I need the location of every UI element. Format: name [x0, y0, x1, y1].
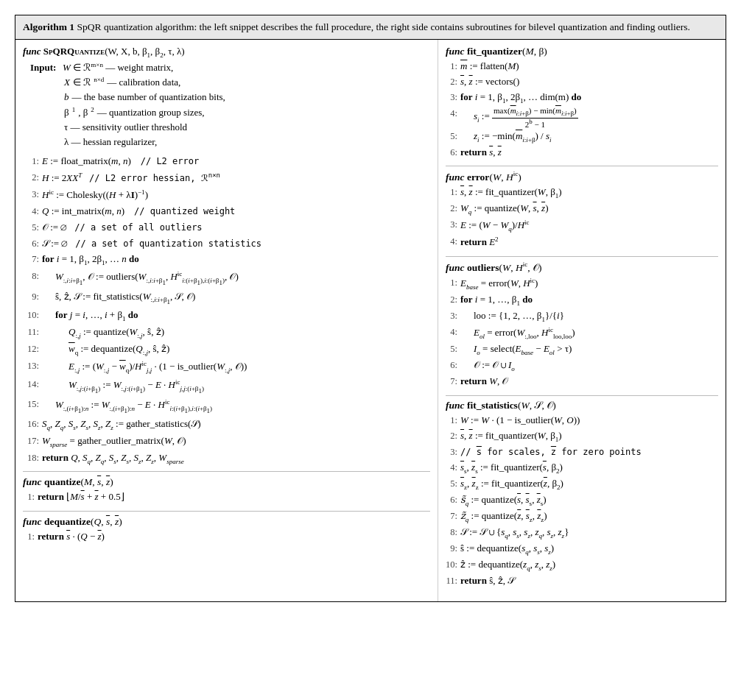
func-name: SpQRQuantize — [43, 46, 105, 57]
fit-quantizer-func: func fit_quantizer(M, β) 1: m := flatten… — [446, 46, 718, 160]
fit-statistics-header: func fit_statistics(W, 𝒮, 𝒪) — [446, 400, 718, 411]
step-10: 10: for j = i, …, i + β1 do — [23, 308, 430, 324]
fs-step-10: 10: ẑ := dequantize(zq, zs, zz) — [446, 557, 718, 573]
error-func-header: func error(W, Hic) — [446, 170, 718, 183]
fs-step-3: 3: // s for scales, z for zero points — [446, 445, 718, 460]
input-label: Input: — [30, 60, 60, 75]
fs-step-6: 6: s̃q := quantize(s, ss, zs) — [446, 492, 718, 509]
fit-statistics-func: func fit_statistics(W, 𝒮, 𝒪) 1: W := W ·… — [446, 400, 718, 588]
algorithm-body: func SpQRQuantize(W, X, b, β1, β2, τ, λ)… — [15, 40, 726, 601]
input-X: X ∈ ℛn×d — calibration data, — [64, 75, 430, 90]
fs-step-11: 11: return ŝ, ẑ, 𝒮 — [446, 573, 718, 589]
outliers-func: func outliers(W, Hic, 𝒪) 1: Ebase = erro… — [446, 261, 718, 389]
error-func: func error(W, Hic) 1: s, z := fit_quanti… — [446, 170, 718, 250]
step-5: 5: 𝒪 := ∅ // a set of all outliers — [23, 220, 430, 236]
out-step-3: 3: loo := {1, 2, …, β1}/{i} — [446, 308, 718, 325]
out-step-2: 2: for i = 1, …, β1 do — [446, 292, 718, 308]
fs-step-7: 7: z̃q := quantize(z, sz, zz) — [446, 509, 718, 525]
algorithm-box: Algorithm 1 SpQR quantization algorithm:… — [15, 15, 726, 602]
fs-step-2: 2: s, z := fit_quantizer(W, β1) — [446, 428, 718, 445]
step-3: 3: Hic := Cholesky((H + λI)−1) — [23, 187, 430, 203]
step-17: 17: Wsparse = gather_outlier_matrix(W, 𝒪… — [23, 434, 430, 450]
err-step-2: 2: Wq := quantize(W, s, z) — [446, 201, 718, 217]
main-func-header: func SpQRQuantize(W, X, b, β1, β2, τ, λ) — [23, 46, 430, 59]
fq-step-5: 5: zi := −min(mi:i+β) / si — [446, 129, 718, 145]
out-step-4: 4: Eol = error(W:,loo, Hicloo,loo) — [446, 325, 718, 342]
step-7: 7: for i = 1, β1, 2β1, … n do — [23, 252, 430, 268]
step-11: 11: Q:,j := quantize(W:,j, ŝ, ẑ) — [23, 325, 430, 341]
input-W: W ∈ ℛm×n — weight matrix, — [63, 60, 173, 75]
fq-step-2: 2: s, z := vectors() — [446, 74, 718, 90]
out-step-5: 5: Io = select(Ebase − Eol > τ) — [446, 342, 718, 358]
algorithm-label: Algorithm 1 — [23, 21, 74, 32]
input-b: b — the base number of quantization bits… — [64, 90, 430, 105]
step-4: 4: Q := int_matrix(m, n) // quantized we… — [23, 204, 430, 219]
quantize-func-header: func quantize(M, s, z) — [23, 476, 430, 488]
algorithm-header: Algorithm 1 SpQR quantization algorithm:… — [15, 15, 726, 40]
step-2: 2: H := 2XXT // L2 error hessian, ℛn×n — [23, 170, 430, 186]
main-steps: 1: E := float_matrix(m, n) // L2 error 2… — [23, 154, 430, 467]
input-block: Input: W ∈ ℛm×n — weight matrix, X ∈ ℛn×… — [30, 60, 430, 149]
err-step-1: 1: s, z := fit_quantizer(W, β1) — [446, 185, 718, 201]
quantize-step-1: 1: return ⌊M/s + z + 0.5⌋ — [23, 489, 430, 505]
out-step-1: 1: Ebase = error(W, Hic) — [446, 275, 718, 292]
fs-step-5: 5: sz, zz := fit_quantizer(z, β2) — [446, 476, 718, 492]
out-step-7: 7: return W, 𝒪 — [446, 374, 718, 389]
left-column: func SpQRQuantize(W, X, b, β1, β2, τ, λ)… — [15, 40, 438, 601]
algorithm-description: SpQR quantization algorithm: the left sn… — [77, 21, 690, 32]
step-15: 15: W:,(i+β1):n := W:,(i+β1):n − E · Hic… — [23, 397, 430, 416]
quantize-func: func quantize(M, s, z) 1: return ⌊M/s + … — [23, 476, 430, 505]
fs-step-1: 1: W := W · (1 − is_outlier(W, O)) — [446, 413, 718, 428]
err-step-3: 3: E := (W − Wq)/Hic — [446, 217, 718, 234]
err-step-4: 4: return E2 — [446, 234, 718, 250]
step-12: 12: wq := dequantize(Q:,j, ŝ, ẑ) — [23, 342, 430, 358]
fq-step-3: 3: for i = 1, β1, 2β1, … dim(m) do — [446, 90, 718, 106]
right-column: func fit_quantizer(M, β) 1: m := flatten… — [438, 40, 726, 601]
step-1: 1: E := float_matrix(m, n) // L2 error — [23, 154, 430, 169]
outliers-func-header: func outliers(W, Hic, 𝒪) — [446, 261, 718, 274]
step-18: 18: return Q, Sq, Zq, Ss, Zs, Sz, Zz, Ws… — [23, 450, 430, 467]
fq-step-6: 6: return s, z — [446, 145, 718, 160]
input-lambda: λ — hessian regularizer, — [64, 135, 430, 149]
dequantize-func-header: func dequantize(Q, s, z) — [23, 516, 430, 528]
step-8: 8: W:,i:i+β1, 𝒪 := outliers(W:,i:i+β1, H… — [23, 269, 430, 288]
dequantize-step-1: 1: return s · (Q − z) — [23, 529, 430, 545]
func-params: (W, X, b, β1, β2, τ, λ) — [105, 46, 184, 57]
fit-quantizer-header: func fit_quantizer(M, β) — [446, 46, 718, 57]
fq-step-4: 4: si := max(mi:i+β) − min(mi:i+β) 2b − … — [446, 106, 718, 129]
func-keyword: func — [23, 46, 41, 57]
step-9: 9: ŝ, ẑ, 𝒮 := fit_statistics(W:,i:i+β1, … — [23, 289, 430, 308]
input-line-header: Input: W ∈ ℛm×n — weight matrix, — [30, 60, 430, 75]
step-6: 6: 𝒮 := ∅ // a set of quantization stati… — [23, 236, 430, 252]
fq-step-1: 1: m := flatten(M) — [446, 59, 718, 74]
fs-step-4: 4: ss, zs := fit_quantizer(s, β2) — [446, 460, 718, 476]
step-16: 16: Sq, Zq, Ss, Zs, Sz, Zz := gather_sta… — [23, 417, 430, 433]
input-tau: τ — sensitivity outlier threshold — [64, 120, 430, 135]
input-beta: β1, β2 — quantization group sizes, — [64, 105, 430, 120]
step-14: 14: W:,j:(i+β1) := W:,j:(i+β1) − E · Hic… — [23, 377, 430, 396]
dequantize-func: func dequantize(Q, s, z) 1: return s · (… — [23, 516, 430, 545]
fs-step-9: 9: ŝ := dequantize(sq, ss, sz) — [446, 541, 718, 557]
fs-step-8: 8: 𝒮 := 𝒮 ∪ {sq, ss, sz, zq, sz, zz} — [446, 525, 718, 541]
out-step-6: 6: 𝒪 := 𝒪 ∪ Io — [446, 358, 718, 374]
step-13: 13: E:,j := (W:,j − wq)/Hicj,j · (1 − is… — [23, 358, 430, 375]
